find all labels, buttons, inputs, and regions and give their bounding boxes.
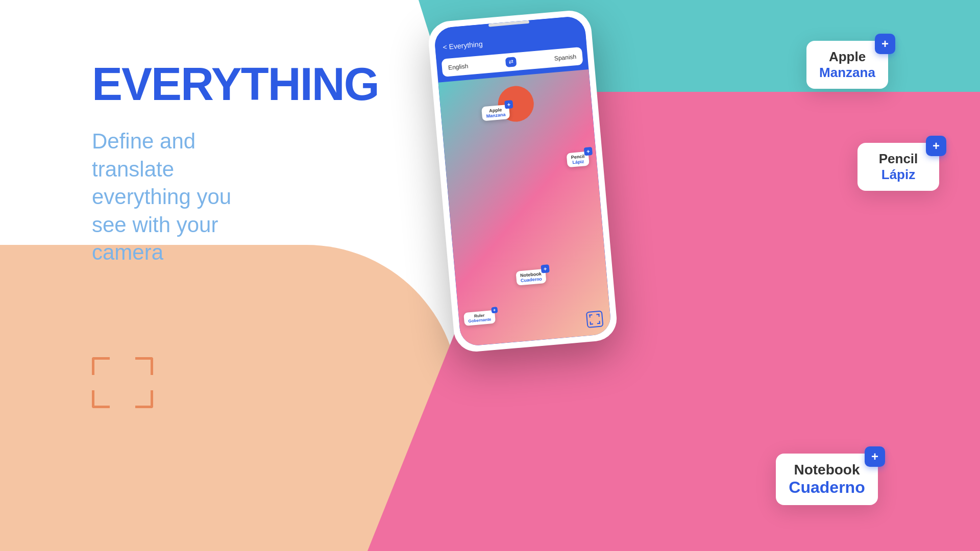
subtitle: Define and translate everything you see … — [92, 128, 347, 267]
subtitle-line2: translate — [92, 157, 174, 181]
scan-corners — [589, 314, 600, 325]
floating-card-apple: + Apple Manzana — [806, 41, 888, 89]
phone-apple-es: Manzana — [486, 112, 506, 118]
subtitle-line4: see with your — [92, 213, 218, 237]
phone-screen: < Everything English ⇄ Spanish + Apple M… — [433, 15, 611, 346]
phone-pencil-es: Lápiz — [571, 159, 585, 165]
pencil-card-english: Pencil — [868, 151, 929, 167]
apple-card-spanish: Manzana — [817, 65, 878, 81]
subtitle-line5: camera — [92, 240, 163, 264]
camera-viewfinder-icon — [92, 357, 153, 408]
phone-camera-view: + Apple Manzana + Pencil Lápiz + Noteboo… — [438, 69, 612, 347]
scan-corner-tl — [589, 314, 593, 318]
subtitle-line3: everything you — [92, 185, 231, 209]
corner-bottom-left — [92, 390, 110, 408]
camera-icon-container — [92, 357, 153, 408]
phone-apple-plus-icon[interactable]: + — [504, 100, 513, 109]
phone-body: < Everything English ⇄ Spanish + Apple M… — [427, 9, 618, 353]
phone-scan-icon[interactable] — [586, 310, 604, 328]
language-switch-icon[interactable]: ⇄ — [505, 57, 517, 67]
phone-notebook-es: Cuaderno — [521, 276, 543, 283]
apple-card-english: Apple — [817, 49, 878, 65]
left-content: EVERYTHING Define and translate everythi… — [92, 61, 347, 267]
notebook-card-english: Notebook — [786, 462, 868, 478]
phone-mockup: < Everything English ⇄ Spanish + Apple M… — [427, 9, 618, 353]
scan-corner-tr — [596, 314, 600, 317]
notebook-card-spanish: Cuaderno — [786, 478, 868, 497]
phone-label-apple: + Apple Manzana — [481, 105, 510, 121]
phone-notebook-plus-icon[interactable]: + — [541, 264, 549, 273]
pencil-card-spanish: Lápiz — [868, 167, 929, 183]
phone-ruler-plus-icon[interactable]: + — [491, 307, 498, 313]
language-from[interactable]: English — [448, 62, 468, 71]
pencil-card-plus-button[interactable]: + — [926, 136, 946, 156]
corner-top-left — [92, 357, 110, 375]
scan-corner-bl — [590, 321, 594, 325]
scan-corner-br — [597, 321, 600, 324]
notebook-card-plus-button[interactable]: + — [865, 446, 885, 467]
corner-top-right — [135, 357, 153, 375]
phone-label-notebook: + Notebook Cuaderno — [516, 269, 546, 286]
phone-label-ruler: + Ruler Gobernante — [463, 310, 496, 326]
floating-card-notebook: + Notebook Cuaderno — [776, 454, 878, 505]
phone-label-pencil: + Pencil Lápiz — [567, 152, 590, 168]
apple-card-plus-button[interactable]: + — [875, 34, 895, 54]
floating-card-pencil: + Pencil Lápiz — [857, 143, 939, 191]
phone-pencil-plus-icon[interactable]: + — [584, 147, 593, 156]
main-title: EVERYTHING — [92, 61, 347, 107]
subtitle-line1: Define and — [92, 129, 195, 153]
phone-back-button[interactable]: < Everything — [443, 40, 483, 52]
corner-bottom-right — [135, 390, 153, 408]
language-to[interactable]: Spanish — [554, 53, 576, 62]
